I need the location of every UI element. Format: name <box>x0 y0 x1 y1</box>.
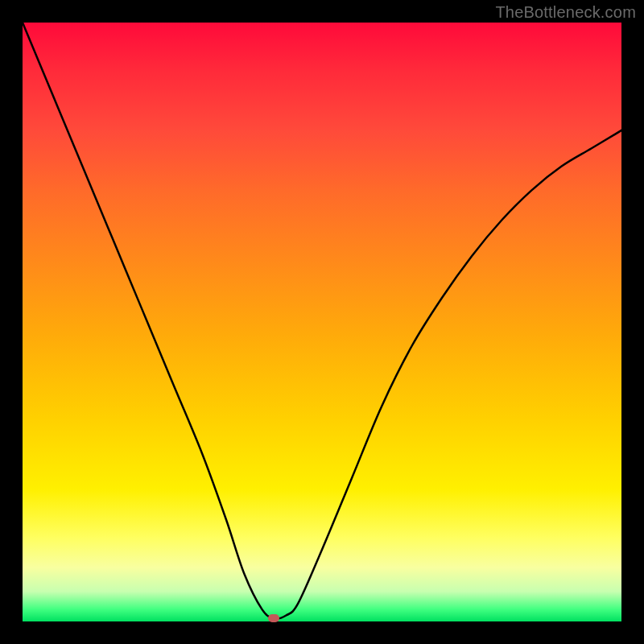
watermark-text: TheBottleneck.com <box>495 3 636 22</box>
bottleneck-curve <box>23 23 621 621</box>
chart-plot-area <box>23 23 621 621</box>
